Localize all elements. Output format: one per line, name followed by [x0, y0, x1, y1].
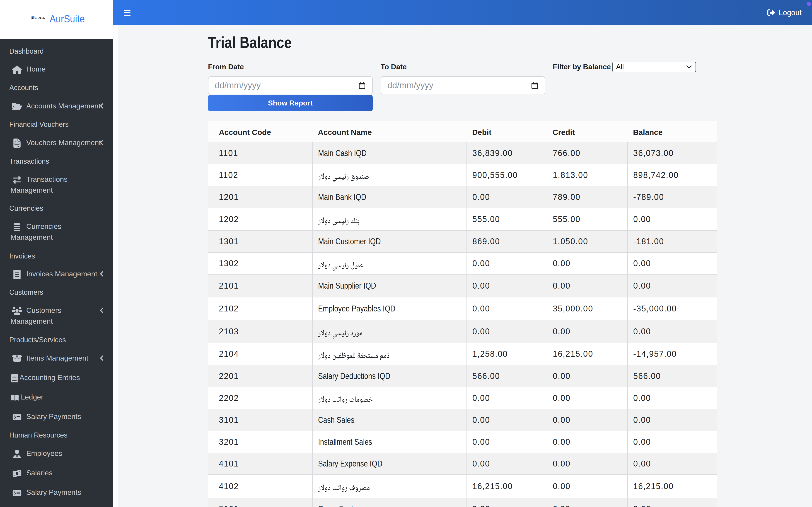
svg-text:AurSuite: AurSuite — [35, 17, 45, 20]
